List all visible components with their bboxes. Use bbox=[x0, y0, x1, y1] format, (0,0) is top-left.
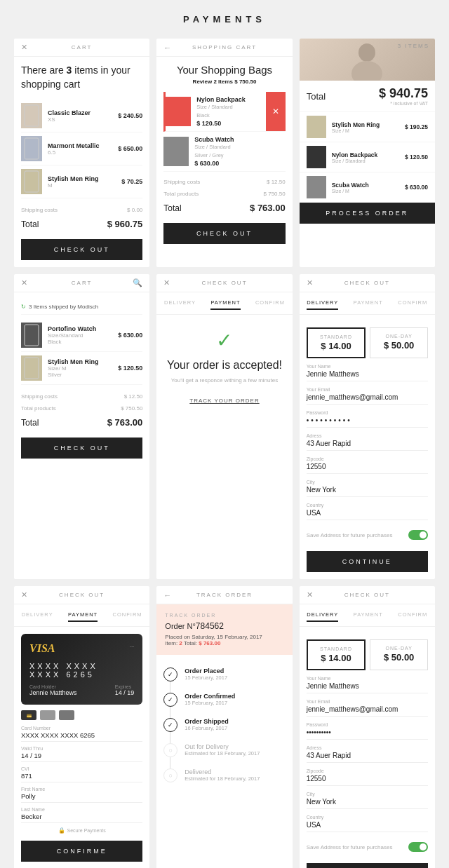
form-label: Country bbox=[307, 815, 428, 820]
form-value[interactable]: 14 / 19 bbox=[21, 752, 142, 762]
tab-confirm-5[interactable]: CONFIRM bbox=[255, 297, 285, 310]
card-type-3 bbox=[59, 710, 74, 720]
form-value[interactable]: •••••••••• bbox=[307, 416, 428, 428]
card6-tabs: DELIVERY PAYMENT CONFIRM bbox=[300, 292, 435, 315]
accepted-subtitle: You'll get a responce withing a few minu… bbox=[171, 377, 278, 384]
tab-delivery-9[interactable]: DELIVERY bbox=[307, 609, 338, 622]
svg-rect-2 bbox=[25, 171, 39, 192]
card2-total-row: Total $ 763.00 bbox=[163, 200, 285, 216]
visa-options[interactable]: ... bbox=[130, 642, 135, 649]
form-value[interactable]: 43 Auer Rapid bbox=[307, 440, 428, 451]
tab-delivery-7[interactable]: DELIVERY bbox=[22, 609, 53, 622]
tab-payment-9[interactable]: PAYMENT bbox=[354, 609, 383, 622]
remove-item-button[interactable]: ✕ bbox=[266, 92, 286, 131]
card-cart-shipped: ✕ CART 🔍 ↻ 3 Items shipped by Modisch Po… bbox=[14, 274, 149, 579]
delivery-oneday[interactable]: ONE-DAY $ 50.00 bbox=[370, 327, 428, 358]
form-label: Adress bbox=[307, 745, 428, 750]
card2-items-list: Nylon Backpack Size / StandardBlack $ 12… bbox=[163, 92, 285, 172]
tab-confirm-6[interactable]: CONFIRM bbox=[398, 297, 427, 310]
card4-checkout-button[interactable]: CHECK OUT bbox=[21, 438, 142, 459]
cart-items-list: Classic Blazer XS $ 240.50 Marmont Metal… bbox=[21, 100, 142, 198]
step-name: Order Confirmed bbox=[185, 693, 235, 700]
card2-checkout-button[interactable]: CHECK OUT bbox=[163, 223, 285, 244]
list-item: Marmont Metallic 6.5 $ 650.00 bbox=[21, 133, 142, 165]
form-value[interactable]: jennie_matthews@gmail.com bbox=[307, 393, 428, 405]
card3-total-row: Total $ 940.75 * inclusive of VAT bbox=[300, 81, 435, 112]
card6-continue-button[interactable]: CONTINUE bbox=[307, 551, 428, 572]
form-label: Last Name bbox=[21, 807, 142, 812]
card-number-display: XXXX XXXX XXXX 6265 bbox=[29, 662, 134, 679]
back-icon[interactable]: ← bbox=[163, 43, 171, 52]
close-icon-2[interactable]: ✕ bbox=[21, 278, 27, 287]
form-label: CVI bbox=[21, 766, 142, 771]
card1-total-row: Total $ 960.75 bbox=[21, 216, 142, 232]
search-icon[interactable]: 🔍 bbox=[133, 278, 142, 287]
card9-save-address-toggle[interactable] bbox=[408, 842, 428, 852]
close-icon-6[interactable]: ✕ bbox=[307, 590, 313, 599]
form-value[interactable]: 871 bbox=[21, 772, 142, 782]
card3-top: 3 ITEMS bbox=[300, 39, 435, 81]
item-image bbox=[21, 355, 42, 381]
form-value[interactable]: Polly bbox=[21, 792, 142, 803]
save-address-toggle[interactable] bbox=[408, 530, 428, 540]
svg-rect-0 bbox=[25, 105, 39, 126]
form-label: City bbox=[307, 480, 428, 484]
card9-delivery-oneday[interactable]: ONE-DAY $ 50.00 bbox=[370, 639, 428, 670]
tab-payment-5[interactable]: PAYMENT bbox=[210, 297, 240, 310]
card3-item-image bbox=[307, 116, 326, 138]
card9-delivery-options: STANDARD $ 14.00 ONE-DAY $ 50.00 bbox=[307, 634, 428, 676]
list-item: Stylish Men Ring Size / M $ 190.25 bbox=[300, 112, 435, 142]
form-value[interactable]: Jennie Matthews bbox=[307, 370, 428, 381]
card2-shipping-row: Shipping costs $ 12.50 bbox=[163, 176, 285, 188]
step-name: Out for Delivery bbox=[185, 743, 260, 750]
close-icon-3[interactable]: ✕ bbox=[163, 278, 170, 287]
card7-confirm-button[interactable]: CONFIRME bbox=[21, 841, 142, 862]
item-price: $ 120.50 bbox=[118, 365, 142, 372]
close-icon[interactable]: ✕ bbox=[21, 43, 27, 52]
form-value[interactable]: 43 Auer Rapid bbox=[307, 752, 428, 763]
form-value[interactable]: USA bbox=[307, 821, 428, 832]
card3-item-sub: Size / M bbox=[332, 128, 405, 133]
svg-point-4 bbox=[351, 61, 382, 81]
track-order-link[interactable]: TRACK YOUR ORDER bbox=[189, 398, 259, 404]
card5-body: ✓ Your order is accepted! You'll get a r… bbox=[156, 315, 292, 418]
card3-item-image bbox=[307, 146, 326, 168]
form-value[interactable]: Becker bbox=[21, 813, 142, 823]
form-label: Card Number bbox=[21, 726, 142, 731]
card8-body: TRACK ORDER Order N°784562 Placed on Sat… bbox=[156, 604, 292, 795]
tab-delivery-5[interactable]: DELIVERY bbox=[164, 297, 196, 310]
back-icon-2[interactable]: ← bbox=[163, 591, 171, 599]
person-svg bbox=[346, 39, 388, 81]
card1-checkout-button[interactable]: CHECK OUT bbox=[21, 239, 142, 260]
tab-payment-7[interactable]: PAYMENT bbox=[68, 609, 98, 622]
delivery-standard[interactable]: STANDARD $ 14.00 bbox=[307, 327, 366, 358]
tab-confirm-7[interactable]: CONFIRM bbox=[113, 609, 142, 622]
tab-delivery-6[interactable]: DELIVERY bbox=[307, 297, 338, 310]
card3-process-button[interactable]: PROCESS ORDER bbox=[300, 203, 435, 224]
form-value[interactable]: jennie_matthews@gmail.com bbox=[307, 705, 428, 717]
close-icon-4[interactable]: ✕ bbox=[307, 278, 313, 287]
bag-item-image bbox=[166, 97, 191, 126]
form-value[interactable]: •••••••••• bbox=[307, 728, 428, 740]
list-item: Nylon Backpack Size / Standard $ 120.50 bbox=[300, 142, 435, 172]
card-payment-form: ✕ CHECK OUT DELIVERY PAYMENT CONFIRM VIS… bbox=[14, 586, 149, 868]
close-icon-5[interactable]: ✕ bbox=[21, 590, 27, 599]
form-group: Your Name Jennie Matthews bbox=[307, 676, 428, 693]
item-info: Marmont Metallic 6.5 bbox=[48, 142, 118, 156]
item-sub: M bbox=[48, 182, 121, 189]
form-group: Zipcode 12550 bbox=[307, 456, 428, 474]
form-value[interactable]: USA bbox=[307, 509, 428, 520]
item-image bbox=[21, 323, 42, 348]
tab-confirm-9[interactable]: CONFIRM bbox=[398, 609, 427, 622]
form-value[interactable]: 12550 bbox=[307, 463, 428, 474]
card4-products-row: Total products $ 750.50 bbox=[21, 402, 142, 414]
tab-payment-6[interactable]: PAYMENT bbox=[354, 297, 383, 310]
step-name: Order Shipped bbox=[185, 718, 229, 725]
form-value[interactable]: XXXX XXXX XXXX 6265 bbox=[21, 731, 142, 742]
card9-delivery-standard[interactable]: STANDARD $ 14.00 bbox=[307, 639, 366, 670]
card9-continue-button[interactable]: CONTINUE bbox=[307, 863, 428, 868]
form-value[interactable]: Jennie Matthews bbox=[307, 682, 428, 693]
form-value[interactable]: New York bbox=[307, 798, 428, 809]
form-value[interactable]: 12550 bbox=[307, 775, 428, 786]
form-value[interactable]: New York bbox=[307, 486, 428, 497]
